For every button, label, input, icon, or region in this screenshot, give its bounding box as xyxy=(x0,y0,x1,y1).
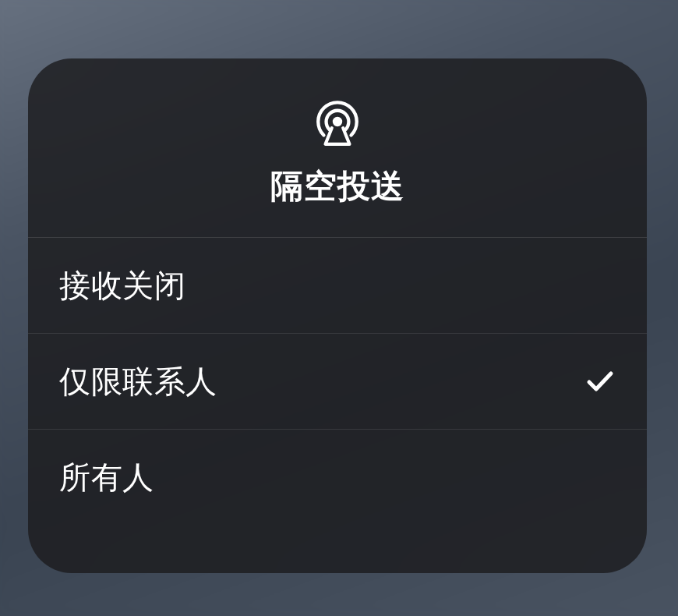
option-list: 接收关闭 仅限联系人 所有人 xyxy=(28,238,647,573)
option-contacts-only[interactable]: 仅限联系人 xyxy=(28,334,647,430)
panel-title: 隔空投送 xyxy=(270,165,404,208)
option-label: 仅限联系人 xyxy=(59,360,217,403)
option-label: 接收关闭 xyxy=(59,264,185,307)
option-label: 所有人 xyxy=(59,456,154,499)
checkmark-icon xyxy=(584,366,616,397)
panel-header: 隔空投送 xyxy=(28,58,647,238)
svg-point-0 xyxy=(333,116,342,126)
option-everyone[interactable]: 所有人 xyxy=(28,430,647,526)
airdrop-panel: 隔空投送 接收关闭 仅限联系人 所有人 xyxy=(28,58,647,573)
option-receiving-off[interactable]: 接收关闭 xyxy=(28,238,647,334)
airdrop-icon xyxy=(312,96,363,147)
